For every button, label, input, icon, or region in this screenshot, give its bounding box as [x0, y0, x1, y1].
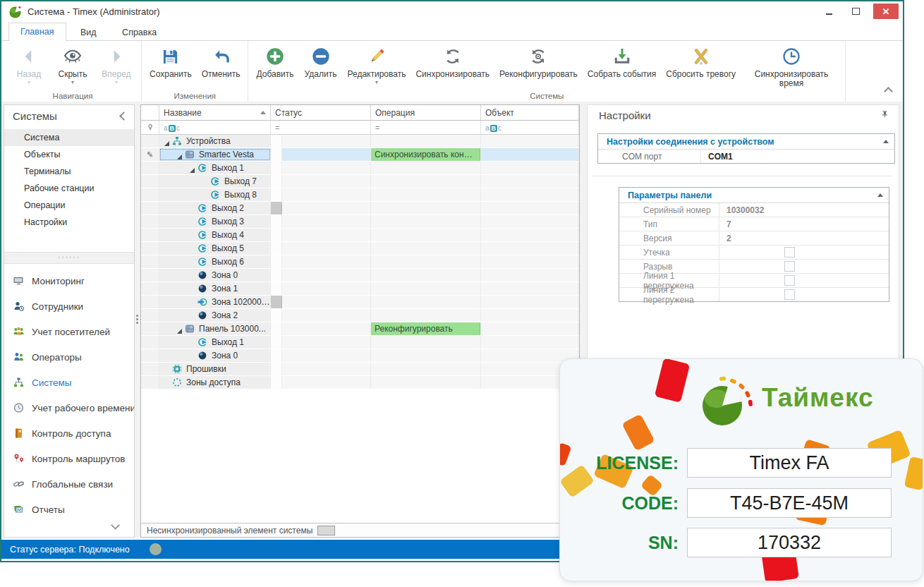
tree-cell[interactable]: Зона 0 [159, 269, 271, 282]
sidebar-collapse-button[interactable] [121, 109, 127, 122]
column-header-operation[interactable]: Операция [371, 105, 481, 120]
sidebar-module-monitoring[interactable]: Мониторинг [4, 268, 134, 294]
table-row[interactable]: Выход 4 [141, 229, 579, 242]
table-row[interactable]: Зона 10200020 [141, 296, 579, 309]
sidebar-module-global-links[interactable]: Глобальные связи [4, 471, 134, 497]
table-row[interactable]: Выход 1 [141, 162, 579, 175]
cancel-button[interactable]: Отменить [197, 43, 245, 80]
tree-cell[interactable]: Прошивки [159, 363, 271, 375]
table-row[interactable]: Выход 6 [141, 255, 579, 269]
sync-time-button[interactable]: Синхронизировать время [741, 43, 842, 90]
back-button[interactable]: Назад▾ [7, 43, 51, 86]
delete-button[interactable]: Удалить [299, 43, 343, 80]
maximize-button[interactable] [846, 4, 865, 19]
sidebar-module-systems[interactable]: Системы [4, 370, 134, 395]
leak-checkbox[interactable] [784, 247, 795, 258]
property-row[interactable]: Серийный номер10300032 [619, 203, 889, 217]
tab-vid[interactable]: Вид [69, 24, 108, 42]
property-row[interactable]: COM порт COM1 [598, 150, 894, 163]
column-header-object[interactable]: Объект [481, 105, 579, 120]
table-row[interactable]: Выход 8 [141, 188, 579, 202]
tree-cell[interactable]: Выход 6 [159, 255, 271, 268]
sidebar-module-operators[interactable]: Операторы [4, 344, 134, 370]
tree-cell[interactable]: Выход 7 [159, 175, 271, 188]
collapse-group-icon[interactable] [877, 193, 883, 197]
sidebar-item-rabochie-stancii[interactable]: Рабочие станции [4, 180, 134, 197]
sidebar-module-employees[interactable]: Сотрудники [4, 294, 134, 319]
table-row[interactable]: Зона 0 [141, 269, 579, 282]
close-button[interactable]: ✕ [873, 4, 899, 19]
splitter-handle[interactable] [136, 313, 139, 325]
break-checkbox[interactable] [784, 261, 795, 272]
filter-pin-icon[interactable] [141, 121, 159, 134]
expand-icon[interactable] [188, 164, 197, 173]
table-row[interactable]: Выход 7 [141, 175, 579, 188]
table-row[interactable]: Зона 0 [141, 349, 579, 363]
synchronize-button[interactable]: Синхронизировать [411, 43, 494, 80]
sidebar-module-access-control[interactable]: Контроль доступа [4, 420, 134, 446]
tab-spravka[interactable]: Справка [111, 24, 168, 42]
tree-cell[interactable]: Зона 1 [159, 282, 271, 295]
table-row[interactable]: Зона 2 [141, 309, 579, 322]
tree-cell[interactable]: Выход 5 [159, 242, 271, 255]
tree-cell[interactable]: Выход 1 [159, 336, 271, 349]
minimize-button[interactable] [820, 4, 838, 19]
sidebar-module-time-tracking[interactable]: Учет рабочего времени [4, 395, 134, 420]
table-row[interactable]: Выход 3 [141, 215, 579, 229]
reconfigure-button[interactable]: Реконфигурировать [494, 43, 583, 80]
ribbon-collapse-button[interactable] [885, 88, 892, 95]
reset-alarm-button[interactable]: Сбросить тревогу [661, 43, 741, 80]
forward-button[interactable]: Вперед▾ [95, 43, 138, 86]
sidebar-splitter[interactable]: ······ [4, 252, 134, 264]
sidebar-item-operacii[interactable]: Операции [4, 197, 134, 214]
table-row[interactable]: Зоны доступа [141, 376, 579, 389]
column-header-status[interactable]: Статус [271, 105, 371, 120]
tree-cell[interactable]: Выход 2 [159, 202, 271, 214]
tree-cell[interactable]: Устройства [159, 135, 271, 147]
sidebar-module-route-control[interactable]: Контроль маршрутов [4, 446, 134, 471]
collect-events-button[interactable]: Собрать события [583, 43, 661, 80]
tree-cell[interactable]: Панель 103000... [159, 322, 271, 335]
sidebar-more-button[interactable] [112, 519, 118, 531]
table-row[interactable]: Выход 1 [141, 336, 579, 349]
table-row[interactable]: Зона 1 [141, 282, 579, 296]
tree-cell[interactable]: Зона 0 [159, 349, 271, 362]
property-row[interactable]: Тип7 [619, 217, 889, 231]
filter-status[interactable]: = [271, 121, 371, 134]
sidebar-item-sistema[interactable]: Система [4, 129, 134, 146]
tree-cell[interactable]: Выход 4 [159, 229, 271, 241]
table-row[interactable]: Панель 103000...Реконфигурировать [141, 322, 579, 336]
pin-icon[interactable] [881, 109, 889, 121]
hide-button[interactable]: Скрыть▾ [51, 43, 95, 86]
tree-cell[interactable]: Зона 2 [159, 309, 271, 322]
sidebar-module-visitors[interactable]: Учет посетителей [4, 319, 134, 344]
table-row[interactable]: Выход 2 [141, 202, 579, 215]
table-row[interactable]: Выход 5 [141, 242, 579, 255]
tree-cell[interactable]: Зоны доступа [159, 376, 271, 389]
tab-glavnaya[interactable]: Главная [8, 23, 66, 43]
filter-name[interactable]: aBc [159, 121, 271, 134]
expand-icon[interactable] [175, 325, 184, 334]
tree-cell[interactable]: Выход 1 [159, 162, 271, 174]
collapse-group-icon[interactable] [883, 140, 889, 143]
table-row[interactable]: ✎Smartec VestaСинхронизировать конфиг... [141, 148, 579, 162]
line1-overload-checkbox[interactable] [784, 275, 795, 286]
sidebar-item-nastroyki[interactable]: Настройки [4, 214, 134, 231]
property-row[interactable]: Версия2 [619, 231, 889, 246]
edit-button[interactable]: Редактировать▾ [343, 43, 411, 86]
tree-cell[interactable]: Smartec Vesta [159, 148, 271, 161]
tree-cell[interactable]: Зона 10200020 [159, 296, 271, 308]
table-row[interactable]: Прошивки [141, 363, 579, 376]
tree-cell[interactable]: Выход 8 [159, 188, 271, 201]
filter-object[interactable]: aBc [481, 121, 579, 134]
add-button[interactable]: Добавить [251, 43, 298, 80]
property-row[interactable]: Линия 2 перегружена [619, 288, 889, 301]
table-row[interactable]: Устройства [141, 135, 579, 148]
com-port-value[interactable]: COM1 [701, 152, 733, 162]
sidebar-item-terminaly[interactable]: Терминалы [4, 163, 134, 180]
expand-icon[interactable] [162, 137, 171, 146]
save-button[interactable]: Сохранить [145, 43, 197, 80]
sidebar-item-obekty[interactable]: Объекты [4, 146, 134, 163]
line2-overload-checkbox[interactable] [784, 289, 795, 300]
filter-operation[interactable]: = [371, 121, 481, 134]
